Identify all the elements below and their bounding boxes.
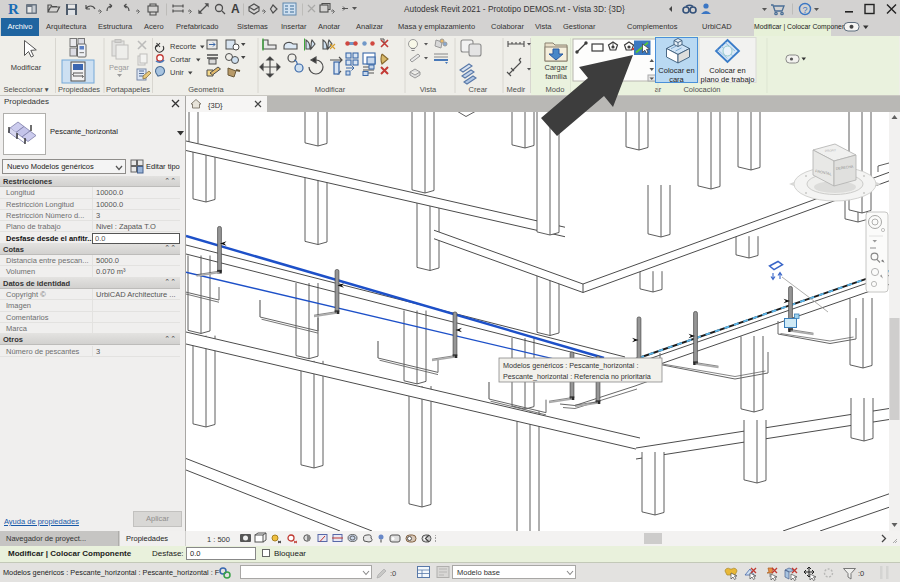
svg-text:Portapapeles: Portapapeles (106, 85, 150, 94)
svg-text:Cortar: Cortar (170, 55, 191, 64)
svg-text:Modelos genéricos : Pescante_h: Modelos genéricos : Pescante_horizontal … (503, 361, 638, 370)
svg-text:Colocación: Colocación (683, 85, 720, 94)
svg-text:PROPIT: PROPIT (825, 148, 837, 153)
svg-text:{3D}: {3D} (208, 101, 223, 110)
svg-text:1 : 500: 1 : 500 (207, 535, 230, 544)
svg-text:Pescante_horizontal : Referenc: Pescante_horizontal : Referencia no prio… (503, 372, 651, 381)
svg-text:?: ? (803, 5, 808, 15)
svg-text:cara: cara (669, 75, 684, 84)
svg-text:Modificar: Modificar (11, 63, 42, 72)
svg-text:Geometría: Geometría (188, 85, 224, 94)
svg-text:plano de trabajo: plano de trabajo (701, 75, 755, 84)
svg-text::0: :0 (858, 569, 864, 578)
svg-text:Recorte: Recorte (170, 42, 196, 51)
svg-text:Unir: Unir (170, 68, 184, 77)
svg-text:Crear: Crear (469, 85, 488, 94)
svg-text:R: R (8, 1, 19, 17)
svg-text:Autodesk Revit 2021 - Prototip: Autodesk Revit 2021 - Prototipo DEMOS.rv… (404, 4, 625, 14)
svg-text:Vista: Vista (420, 85, 437, 94)
svg-text:A: A (231, 2, 240, 16)
svg-text:Pegar: Pegar (109, 63, 130, 72)
svg-text:Seleccionar ▾: Seleccionar ▾ (3, 85, 48, 94)
svg-text:Modificar: Modificar (315, 85, 346, 94)
svg-text::0: :0 (390, 569, 396, 578)
svg-text:Propiedades: Propiedades (58, 85, 100, 94)
